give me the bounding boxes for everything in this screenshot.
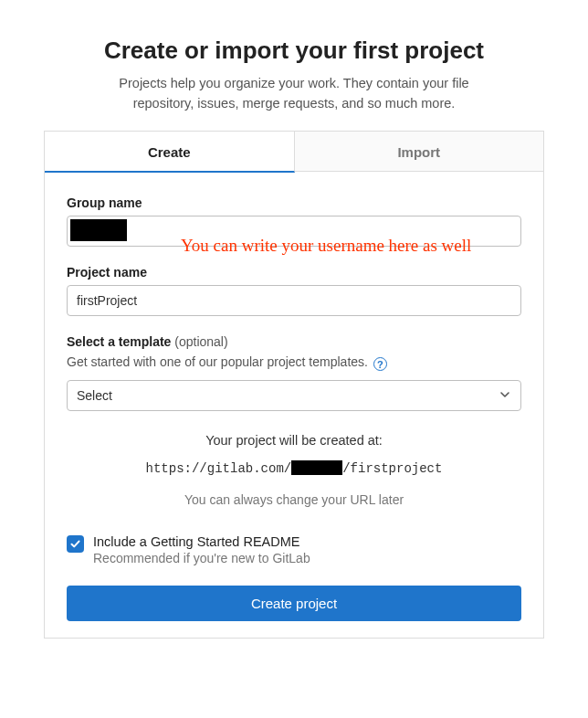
- redacted-block: [291, 460, 342, 475]
- redacted-block: [70, 219, 127, 241]
- project-url: https://gitlab.com//firstproject: [67, 460, 521, 476]
- project-name-input[interactable]: [67, 285, 521, 316]
- help-icon[interactable]: ?: [373, 357, 387, 371]
- form-body: Group name Project name Select a templat…: [45, 172, 543, 639]
- created-at-label: Your project will be created at:: [67, 433, 521, 448]
- group-name-field: Group name: [67, 195, 521, 247]
- tab-create[interactable]: Create: [45, 132, 295, 173]
- url-note: You can always change your URL later: [67, 492, 521, 507]
- project-panel: Create Import Group name Project name Se…: [44, 131, 544, 639]
- project-name-label: Project name: [67, 265, 521, 280]
- template-label: Select a template (optional): [67, 334, 521, 349]
- page-title: Create or import your first project: [44, 37, 544, 65]
- readme-checkbox-row: Include a Getting Started README Recomme…: [67, 534, 521, 565]
- group-name-label: Group name: [67, 195, 521, 210]
- tabs: Create Import: [45, 132, 543, 172]
- template-select[interactable]: Select: [67, 380, 521, 411]
- page-subtitle: Projects help you organize your work. Th…: [98, 74, 490, 114]
- template-description: Get started with one of our popular proj…: [67, 354, 521, 372]
- check-icon: [69, 538, 81, 550]
- group-name-input[interactable]: [67, 216, 521, 247]
- readme-label: Include a Getting Started README: [93, 534, 310, 549]
- create-project-button[interactable]: Create project: [67, 586, 521, 621]
- readme-checkbox[interactable]: [67, 535, 84, 553]
- project-name-field: Project name: [67, 265, 521, 316]
- template-field: Select a template (optional) Get started…: [67, 334, 521, 412]
- readme-sublabel: Recommended if you're new to GitLab: [93, 551, 310, 565]
- tab-import[interactable]: Import: [295, 132, 544, 172]
